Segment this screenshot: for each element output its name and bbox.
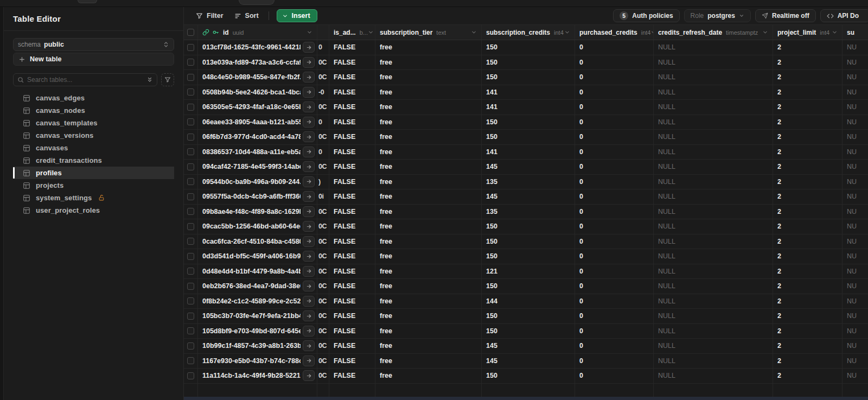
cell-credits-refresh-date[interactable]: NULL xyxy=(654,264,773,279)
table-row[interactable]: 0d3d541d-bf5c-459f-a406-16b93... 0C FALS… xyxy=(184,249,868,264)
row-checkbox[interactable] xyxy=(187,283,194,290)
cell-subscription-credits[interactable]: 150 xyxy=(482,234,575,249)
cell-id[interactable]: 06f6b7d3-977d-4cd0-acd4-4a78... xyxy=(198,130,317,144)
cell-clipped[interactable]: -0 xyxy=(317,85,329,100)
foreign-key-arrow-button[interactable] xyxy=(303,147,315,157)
cell-subscription-tier[interactable]: free xyxy=(375,249,482,264)
cell-credits-refresh-date[interactable]: NULL xyxy=(654,130,773,144)
cell-subscription-credits[interactable]: 141 xyxy=(482,145,575,160)
column-header-purchased-credits[interactable]: purchased_credits int4 xyxy=(575,25,654,40)
cell-subscription-tier[interactable]: free xyxy=(375,175,482,189)
cell-is-admin[interactable]: FALSE xyxy=(329,100,375,115)
foreign-key-arrow-button[interactable] xyxy=(303,161,315,172)
cell-is-admin[interactable]: FALSE xyxy=(329,130,375,144)
cell-id[interactable]: 09544b0c-ba9b-496a-9b09-244... xyxy=(198,175,317,189)
cell-su[interactable]: NU xyxy=(843,249,868,264)
row-checkbox[interactable] xyxy=(187,253,194,260)
cell-clipped[interactable]: 0C xyxy=(317,279,329,294)
cell-credits-refresh-date[interactable]: NULL xyxy=(654,339,773,353)
cell-subscription-credits[interactable]: 141 xyxy=(482,85,575,100)
cell-project-limit[interactable]: 2 xyxy=(773,279,843,294)
cell-id[interactable]: 10b99c1f-4857-4c39-a8b1-263b8... xyxy=(198,339,317,353)
cell-id[interactable]: 0eb2b676-38ed-4ea7-9dad-38e6... xyxy=(198,279,317,294)
cell-credits-refresh-date[interactable]: NULL xyxy=(654,40,773,55)
filter-tables-button[interactable] xyxy=(161,73,174,86)
cell-project-limit[interactable]: 2 xyxy=(773,189,843,204)
cell-subscription-credits[interactable]: 150 xyxy=(482,309,575,323)
foreign-key-arrow-button[interactable] xyxy=(303,296,315,307)
row-checkbox[interactable] xyxy=(187,238,194,245)
sidebar-table-item[interactable]: canvas_edges xyxy=(13,92,174,104)
cell-is-admin[interactable]: FALSE xyxy=(329,294,375,309)
cell-subscription-credits[interactable]: 144 xyxy=(482,294,575,309)
table-row[interactable]: 094caf42-7185-4e45-99f3-14abee... 0C FAL… xyxy=(184,160,868,175)
cell-su[interactable]: NU xyxy=(843,219,868,234)
cell-subscription-credits[interactable]: 150 xyxy=(482,130,575,144)
cell-su[interactable]: NU xyxy=(843,205,868,219)
cell-credits-refresh-date[interactable]: NULL xyxy=(654,354,773,369)
foreign-key-arrow-button[interactable] xyxy=(303,221,315,232)
row-checkbox[interactable] xyxy=(187,44,194,51)
cell-is-admin[interactable]: FALSE xyxy=(329,175,375,189)
cell-id[interactable]: 105bc3b7-03fe-4e7f-9efa-21bb40... xyxy=(198,309,317,323)
row-checkbox[interactable] xyxy=(187,313,194,320)
column-header-id[interactable]: id uuid xyxy=(198,25,317,40)
row-checkbox[interactable] xyxy=(187,297,194,304)
cell-su[interactable]: NU xyxy=(843,85,868,100)
cell-project-limit[interactable]: 2 xyxy=(773,100,843,115)
row-checkbox[interactable] xyxy=(187,148,194,155)
cell-id[interactable]: 0508b94b-5ee2-4626-bca1-4bca... xyxy=(198,85,317,100)
cell-project-limit[interactable]: 2 xyxy=(773,249,843,264)
foreign-key-arrow-button[interactable] xyxy=(303,191,315,202)
foreign-key-arrow-button[interactable] xyxy=(303,42,315,53)
cell-clipped[interactable]: 0C xyxy=(317,70,329,85)
cell-is-admin[interactable]: FALSE xyxy=(329,234,375,249)
insert-button[interactable]: Insert xyxy=(277,9,317,22)
foreign-key-arrow-button[interactable] xyxy=(303,87,315,98)
search-input[interactable] xyxy=(27,76,143,84)
cell-purchased-credits[interactable]: 0 xyxy=(575,130,654,144)
cell-purchased-credits[interactable]: 0 xyxy=(575,324,654,339)
table-row[interactable]: 06f6b7d3-977d-4cd0-acd4-4a78... 0C FALSE… xyxy=(184,130,868,145)
cell-su[interactable]: NU xyxy=(843,100,868,115)
cell-subscription-credits[interactable]: 135 xyxy=(482,205,575,219)
cell-is-admin[interactable]: FALSE xyxy=(329,249,375,264)
cell-id[interactable]: 013e039a-fd89-473a-a3c6-ccfa9... xyxy=(198,55,317,70)
column-header-subscription-tier[interactable]: subscription_tier text xyxy=(375,25,482,40)
cell-clipped[interactable]: 0C xyxy=(317,324,329,339)
cell-id[interactable]: 094caf42-7185-4e45-99f3-14abee... xyxy=(198,160,317,174)
foreign-key-arrow-button[interactable] xyxy=(303,266,315,277)
cell-subscription-tier[interactable]: free xyxy=(375,309,482,323)
table-row[interactable]: 09b8ae4e-f48c-4f89-8a8c-1629b... 0C FALS… xyxy=(184,205,868,220)
cell-id[interactable]: 08386537-10d4-488a-a11e-eb5a6... xyxy=(198,145,317,160)
cell-purchased-credits[interactable]: 0 xyxy=(575,234,654,249)
new-table-button[interactable]: New table xyxy=(13,53,174,66)
cell-credits-refresh-date[interactable]: NULL xyxy=(654,145,773,160)
cell-purchased-credits[interactable]: 0 xyxy=(575,354,654,369)
foreign-key-arrow-button[interactable] xyxy=(303,251,315,262)
column-header-credits-refresh-date[interactable]: credits_refresh_date timestamptz xyxy=(654,25,773,40)
cell-subscription-credits[interactable]: 150 xyxy=(482,115,575,130)
sidebar-table-item[interactable]: canvas_nodes xyxy=(13,104,174,117)
chevron-down-icon[interactable] xyxy=(832,29,838,35)
table-row[interactable]: 08386537-10d4-488a-a11e-eb5a6... 0 FALSE… xyxy=(184,145,868,160)
foreign-key-arrow-button[interactable] xyxy=(303,355,315,366)
cell-credits-refresh-date[interactable]: NULL xyxy=(654,115,773,130)
cell-subscription-credits[interactable]: 150 xyxy=(482,279,575,294)
cell-credits-refresh-date[interactable]: NULL xyxy=(654,324,773,339)
column-header-clipped[interactable] xyxy=(317,25,329,40)
cell-purchased-credits[interactable]: 0 xyxy=(575,55,654,70)
sidebar-table-item[interactable]: canvases xyxy=(13,142,174,154)
row-checkbox[interactable] xyxy=(187,342,194,350)
row-checkbox[interactable] xyxy=(187,327,194,334)
table-row[interactable]: 0cac6fca-26cf-4510-84ba-c4580... 0C FALS… xyxy=(184,234,868,250)
cell-subscription-credits[interactable]: 150 xyxy=(482,40,575,55)
cell-subscription-credits[interactable]: 145 xyxy=(482,160,575,174)
sidebar-table-item[interactable]: credit_transactions xyxy=(13,154,174,167)
cell-subscription-tier[interactable]: free xyxy=(375,279,482,294)
cell-clipped[interactable]: 0C xyxy=(317,249,329,264)
cell-su[interactable]: NU xyxy=(843,369,868,383)
cell-su[interactable]: NU xyxy=(843,324,868,339)
cell-purchased-credits[interactable]: 0 xyxy=(575,369,654,383)
cell-clipped[interactable]: 0C xyxy=(317,55,329,70)
